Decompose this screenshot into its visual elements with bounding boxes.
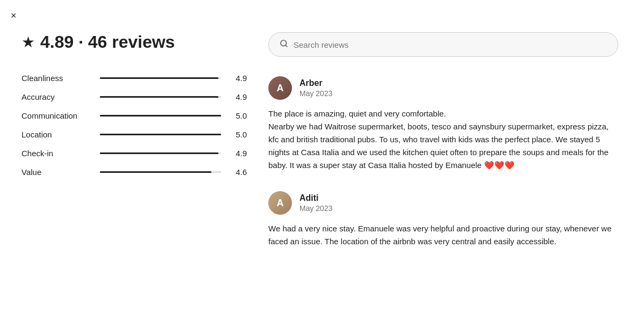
category-score: 4.6 <box>230 168 247 177</box>
category-label: Accuracy <box>21 92 91 101</box>
search-input[interactable] <box>294 40 607 49</box>
category-row: Accuracy 4.9 <box>21 92 247 101</box>
close-button[interactable]: × <box>11 11 17 20</box>
star-icon: ★ <box>21 33 35 51</box>
category-row: Value 4.6 <box>21 168 247 177</box>
left-panel: ★ 4.89 · 46 reviews Cleanliness 4.9 Accu… <box>21 32 247 248</box>
modal-container: ★ 4.89 · 46 reviews Cleanliness 4.9 Accu… <box>0 0 644 270</box>
separator: · <box>78 32 83 52</box>
review-item: A Aditi May 2023 We had a very nice stay… <box>268 191 618 248</box>
reviewer-info: Arber May 2023 <box>299 78 332 98</box>
category-bar-fill <box>100 96 218 98</box>
rating-header: ★ 4.89 · 46 reviews <box>21 32 247 52</box>
category-bar-fill <box>100 115 221 116</box>
review-text: The place is amazing, quiet and very com… <box>268 107 618 172</box>
avatar: A <box>268 76 292 100</box>
reviewer-info: Aditi May 2023 <box>299 193 332 213</box>
category-label: Location <box>21 130 91 139</box>
category-bar <box>100 152 221 154</box>
category-bar <box>100 134 221 135</box>
category-score: 5.0 <box>230 111 247 120</box>
category-score: 4.9 <box>230 74 247 83</box>
review-item: A Arber May 2023 The place is amazing, q… <box>268 76 618 172</box>
review-date: May 2023 <box>299 204 332 213</box>
search-bar[interactable] <box>268 32 618 57</box>
categories-list: Cleanliness 4.9 Accuracy 4.9 Communicati… <box>21 74 247 177</box>
category-score: 4.9 <box>230 149 247 158</box>
avatar: A <box>268 191 292 215</box>
reviewer-name: Arber <box>299 78 332 88</box>
rating-value: 4.89 <box>40 32 74 52</box>
category-bar-fill <box>100 77 218 79</box>
category-bar <box>100 77 221 79</box>
category-score: 4.9 <box>230 92 247 101</box>
category-bar-fill <box>100 134 221 135</box>
category-bar-fill <box>100 171 211 173</box>
review-text: We had a very nice stay. Emanuele was ve… <box>268 222 618 248</box>
category-row: Cleanliness 4.9 <box>21 74 247 83</box>
category-label: Check-in <box>21 149 91 158</box>
reviewer-name: Aditi <box>299 193 332 203</box>
category-label: Communication <box>21 111 91 120</box>
category-label: Value <box>21 168 91 177</box>
category-label: Cleanliness <box>21 74 91 83</box>
category-bar <box>100 171 221 173</box>
category-row: Location 5.0 <box>21 130 247 139</box>
reviews-list: A Arber May 2023 The place is amazing, q… <box>268 76 618 248</box>
svg-line-1 <box>286 45 287 47</box>
reviewer-header: A Aditi May 2023 <box>268 191 618 215</box>
category-row: Check-in 4.9 <box>21 149 247 158</box>
search-icon <box>280 39 288 50</box>
review-date: May 2023 <box>299 89 332 98</box>
overall-rating: 4.89 · 46 reviews <box>40 32 175 52</box>
reviews-count: 46 reviews <box>88 32 175 52</box>
category-row: Communication 5.0 <box>21 111 247 120</box>
right-panel[interactable]: A Arber May 2023 The place is amazing, q… <box>268 32 623 248</box>
reviewer-header: A Arber May 2023 <box>268 76 618 100</box>
category-bar <box>100 115 221 116</box>
category-bar-fill <box>100 152 218 154</box>
category-score: 5.0 <box>230 130 247 139</box>
category-bar <box>100 96 221 98</box>
